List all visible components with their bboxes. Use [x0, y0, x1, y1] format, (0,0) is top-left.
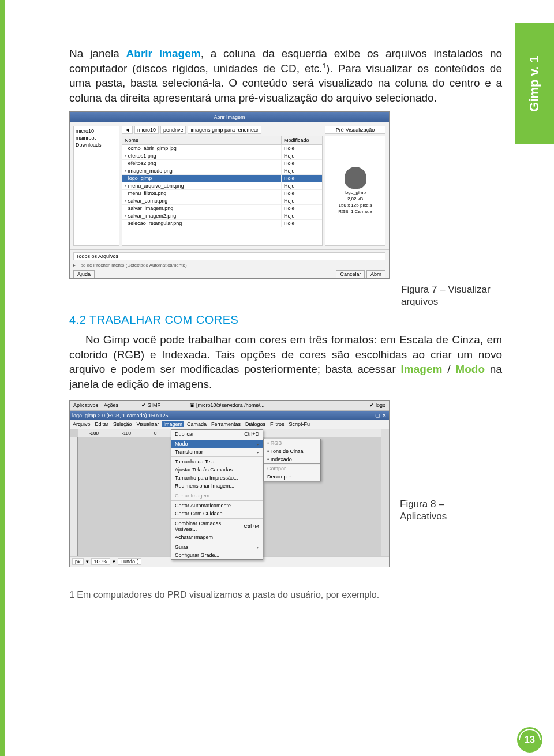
modo-submenu: • RGB• Tons de Cinza• Indexado...Compor.… [263, 439, 321, 481]
bold-term-abrir-imagem: Abrir Imagem [126, 47, 201, 59]
menu-item: DuplicarCtrl+D [171, 430, 263, 438]
menu-item: Combinar Camadas Visíveis...Ctrl+M [171, 519, 263, 533]
figure-8-screenshot: AplicativosAções ✔ GIMP ▣ [micro10@servi… [69, 400, 390, 567]
file-row: ▫ menu_filtros.pngHoje [122, 190, 322, 197]
preview-label: Pré-Visualização [325, 126, 385, 134]
file-row: ▫ efeitos2.pngHoje [122, 160, 322, 167]
gimp-logo-icon [345, 167, 366, 189]
bold-term-modo: Modo [455, 363, 485, 375]
file-filter: Todos os Arquivos [73, 252, 385, 260]
file-row: ▫ salvar_como.pngHoje [122, 197, 322, 205]
file-row: ▫ menu_arquivo_abrir.pngHoje [122, 182, 322, 190]
place-item: micro10 [76, 128, 117, 134]
menu-item: Achatar Imagem [171, 533, 263, 541]
bold-term-imagem: Imagem [401, 363, 443, 375]
file-row: ▫ selecao_retangular.pngHoje [122, 220, 322, 227]
figure-7-caption: Figura 7 – Visualizar arquivos [401, 283, 502, 308]
ruler-vertical [70, 437, 78, 556]
footnote-rule [69, 585, 312, 585]
file-row: ▫ como_abrir_gimp.jpgHoje [122, 145, 322, 152]
place-item: Downloads [76, 142, 117, 148]
section-4-2-heading: 4.2 TRABALHAR COM CORES [69, 313, 502, 327]
submenu-item: Compor... [264, 465, 320, 473]
file-list-header: NomeModificado [122, 136, 322, 145]
submenu-item: • RGB [264, 439, 320, 447]
place-item: mainroot [76, 135, 117, 141]
file-row: ▫ logo_gimpHoje [122, 175, 322, 182]
window-titlebar: logo_gimp-2.0 (RGB, 1 camada) 150x125— ▢… [70, 411, 389, 420]
help-button: Ajuda [73, 270, 95, 278]
taskbar: AplicativosAções ✔ GIMP ▣ [micro10@servi… [70, 401, 389, 411]
scrollbar-vertical [381, 429, 389, 556]
footnote-1: 1 Em computadores do PRD visualizamos a … [69, 590, 502, 600]
submenu-item: Decompor... [264, 473, 320, 481]
breadcrumb: ◄micro10pendriveimagens gimp para renome… [122, 126, 323, 134]
dialog-titlebar: Abrir Imagem [70, 112, 389, 122]
file-row: ▫ imagem_modo.pngHoje [122, 167, 322, 175]
submenu-item: • Indexado... [264, 455, 320, 463]
fill-type-label: ▸ Tipo de Preenchimento (Detectado Autom… [73, 263, 385, 268]
menu-item: Tamanho da Tela... [171, 458, 263, 466]
menubar: ArquivoEditarSeleçãoVisualizarImagemCama… [70, 420, 389, 429]
open-button: Abrir [366, 270, 385, 278]
figure-8-caption: Figura 8 – Aplicativos [400, 498, 481, 523]
menu-item: Cortar Com Cuidado [171, 510, 263, 518]
menu-item: Cortar Automaticamente [171, 501, 263, 510]
cancel-button: Cancelar [336, 270, 365, 278]
menu-item: Guias ▸ [171, 543, 263, 551]
menu-item: Tamanho para Impressão... [171, 474, 263, 482]
places-panel: micro10 mainroot Downloads [73, 126, 119, 246]
page-number-badge: 13 [517, 727, 542, 753]
file-row: ▫ salvar_imagem2.pngHoje [122, 212, 322, 220]
submenu-item: • Tons de Cinza [264, 447, 320, 455]
preview-box: logo_gimp 2,02 kB 150 x 125 pixels RGB, … [325, 136, 385, 246]
menu-item: Redimensionar Imagem... [171, 482, 263, 490]
menu-item: Cortar Imagem [171, 492, 263, 500]
file-row: ▫ efeitos1.pngHoje [122, 152, 322, 160]
file-row: ▫ salvar_imagem.pngHoje [122, 205, 322, 212]
menu-item: Configurar Grade... [171, 551, 263, 559]
figure-7-screenshot: Abrir Imagem micro10 mainroot Downloads … [69, 111, 390, 279]
menu-item: Transformar ▸ [171, 448, 263, 456]
paragraph-1: Na janela Abrir Imagem, a coluna da esqu… [69, 46, 502, 106]
menu-item: Ajustar Tela às Camadas [171, 466, 263, 474]
paragraph-2: No Gimp você pode trabalhar com cores em… [69, 332, 502, 392]
menu-item: Modo ▸ [171, 440, 263, 448]
imagem-menu-dropdown: DuplicarCtrl+DModo ▸Transformar ▸Tamanho… [171, 429, 263, 560]
